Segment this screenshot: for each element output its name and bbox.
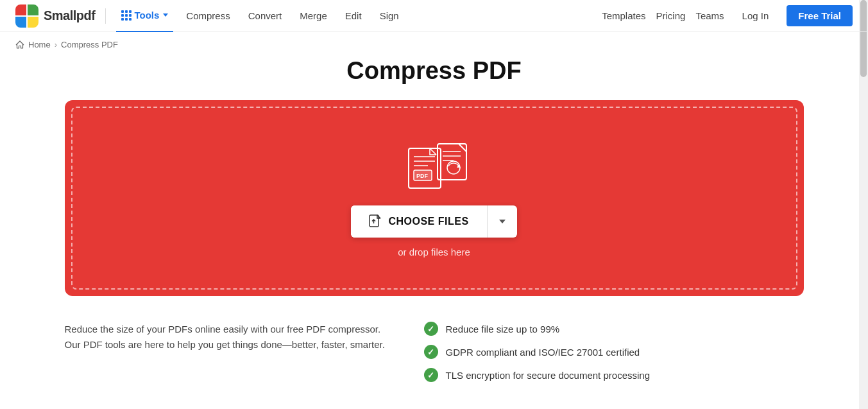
nav-merge[interactable]: Merge xyxy=(292,0,335,32)
nav-templates[interactable]: Templates xyxy=(602,10,645,21)
feature-item: ✓ GDPR compliant and ISO/IEC 27001 certi… xyxy=(424,345,804,359)
check-circle-icon: ✓ xyxy=(424,345,438,359)
feature-text: TLS encryption for secure document proce… xyxy=(446,370,651,381)
feature-text: Reduce file size up to 99% xyxy=(446,324,560,335)
nav-edit[interactable]: Edit xyxy=(337,0,370,32)
chevron-down-icon xyxy=(499,220,506,223)
nav-divider xyxy=(105,8,106,24)
nav-links: Compress Convert Merge Edit Sign xyxy=(178,0,406,32)
login-button[interactable]: Log In xyxy=(735,6,777,25)
tools-menu-button[interactable]: Tools xyxy=(116,0,173,32)
chevron-down-icon xyxy=(163,13,168,17)
nav-right: Templates Pricing Teams Log In Free Tria… xyxy=(602,5,853,26)
nav-sign[interactable]: Sign xyxy=(372,0,407,32)
dropdown-button[interactable] xyxy=(488,211,517,232)
feature-item: ✓ Reduce file size up to 99% xyxy=(424,322,804,336)
drop-zone[interactable]: PDF CHOOSE FILES xyxy=(65,100,804,296)
pdf-illustration: PDF xyxy=(402,139,466,190)
choose-files-button[interactable]: CHOOSE FILES xyxy=(351,205,486,238)
choose-files-wrapper: CHOOSE FILES xyxy=(351,205,516,238)
choose-files-label: CHOOSE FILES xyxy=(388,216,468,227)
bottom-section: Reduce the size of your PDFs online easi… xyxy=(65,322,804,408)
logo-icon xyxy=(15,4,38,28)
check-circle-icon: ✓ xyxy=(424,368,438,382)
brand-name: Smallpdf xyxy=(44,8,95,23)
svg-text:PDF: PDF xyxy=(416,173,429,179)
breadcrumb-home[interactable]: Home xyxy=(28,40,51,49)
free-trial-button[interactable]: Free Trial xyxy=(787,5,853,26)
drop-hint: or drop files here xyxy=(398,247,470,257)
page-title: Compress PDF xyxy=(65,57,804,85)
pdf-files-icon: PDF xyxy=(402,139,473,193)
nav-convert[interactable]: Convert xyxy=(241,0,290,32)
check-circle-icon: ✓ xyxy=(424,322,438,336)
feature-item: ✓ TLS encryption for secure document pro… xyxy=(424,368,804,382)
scrollbar[interactable] xyxy=(859,0,868,408)
features-list: ✓ Reduce file size up to 99% ✓ GDPR comp… xyxy=(424,322,804,382)
grid-icon xyxy=(121,10,132,21)
breadcrumb: Home › Compress PDF xyxy=(0,32,868,57)
navbar: Smallpdf Tools Compress Convert Merge Ed… xyxy=(0,0,868,32)
breadcrumb-separator: › xyxy=(55,40,57,49)
home-icon xyxy=(15,40,24,49)
main-content: Compress PDF PDF xyxy=(49,57,819,408)
nav-compress[interactable]: Compress xyxy=(178,0,237,32)
nav-teams[interactable]: Teams xyxy=(695,10,724,21)
file-upload-icon xyxy=(369,214,382,229)
drop-zone-border xyxy=(71,107,797,290)
breadcrumb-current: Compress PDF xyxy=(61,40,118,49)
description-text: Reduce the size of your PDFs online easi… xyxy=(65,322,386,382)
tools-label: Tools xyxy=(134,10,159,21)
nav-pricing[interactable]: Pricing xyxy=(656,10,686,21)
brand-area: Smallpdf Tools xyxy=(15,0,173,32)
feature-text: GDPR compliant and ISO/IEC 27001 certifi… xyxy=(446,347,640,358)
